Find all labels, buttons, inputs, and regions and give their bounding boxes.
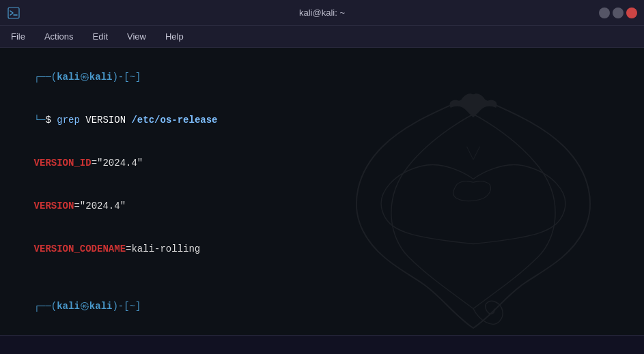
- menu-file[interactable]: File: [7, 29, 29, 44]
- window-title: kali@kali: ~: [299, 8, 345, 18]
- close-button[interactable]: [626, 8, 637, 18]
- minimize-button[interactable]: [599, 8, 610, 18]
- prompt-bracket-close: )-[: [112, 72, 129, 83]
- prompt-dir: ~: [130, 72, 135, 83]
- menu-view[interactable]: View: [123, 29, 150, 44]
- prompt2-bracket-close: )-[: [112, 301, 129, 312]
- terminal-line-2: ┌──(kali㉿kali)-[~]: [11, 285, 633, 328]
- title-bar: kali@kali: ~: [0, 0, 644, 26]
- prompt-dir-close: ]: [135, 72, 141, 83]
- menu-edit[interactable]: Edit: [89, 29, 112, 44]
- terminal-app-icon: [7, 6, 20, 20]
- output-key-1: VERSION_ID: [34, 158, 92, 168]
- terminal-line-1: ┌──(kali㉿kali)-[~]: [11, 56, 633, 99]
- prompt-dollar: $: [45, 115, 57, 126]
- terminal-body[interactable]: ┌──(kali㉿kali)-[~] └─$ grep VERSION /etc…: [0, 48, 644, 335]
- cmd-file: /etc/os-release: [131, 115, 217, 126]
- terminal-line-1b: └─$ grep VERSION /etc/os-release: [11, 99, 633, 142]
- prompt2-bracket-open: ┌──(: [34, 301, 57, 312]
- menu-help[interactable]: Help: [161, 29, 188, 44]
- terminal-line-2b: └─$: [11, 328, 633, 335]
- menu-bar: File Actions Edit View Help: [0, 26, 644, 48]
- cmd-arg1: VERSION: [80, 115, 132, 126]
- output-val-3: =kali-rolling: [126, 244, 200, 254]
- prompt2-at: ㉿: [80, 301, 89, 312]
- title-bar-left: [7, 6, 20, 20]
- output-line-3: VERSION_CODENAME=kali-rolling: [11, 228, 633, 271]
- cmd-grep: grep: [57, 115, 80, 126]
- prompt-tree: └─: [34, 115, 46, 126]
- output-line-1: VERSION_ID="2024.4": [11, 142, 633, 185]
- terminal-spacer: [11, 271, 633, 285]
- output-key-3: VERSION_CODENAME: [34, 244, 126, 254]
- prompt2-user: kali: [57, 301, 80, 312]
- output-val-2: ="2024.4": [74, 201, 126, 211]
- menu-actions[interactable]: Actions: [40, 29, 78, 44]
- prompt2-host: kali: [89, 301, 113, 312]
- output-val-1: ="2024.4": [92, 158, 143, 168]
- maximize-button[interactable]: [613, 8, 624, 18]
- output-key-2: VERSION: [34, 201, 74, 211]
- prompt2-dir: ~: [130, 301, 135, 312]
- output-line-2: VERSION="2024.4": [11, 185, 633, 228]
- svg-rect-0: [8, 8, 19, 18]
- prompt-bracket-open: ┌──(: [34, 72, 57, 83]
- prompt-user: kali: [57, 72, 80, 83]
- window-controls: [599, 8, 637, 18]
- taskbar: [0, 335, 644, 354]
- prompt-host: kali: [89, 72, 113, 83]
- prompt2-dir-close: ]: [135, 301, 141, 312]
- prompt-at: ㉿: [80, 72, 89, 83]
